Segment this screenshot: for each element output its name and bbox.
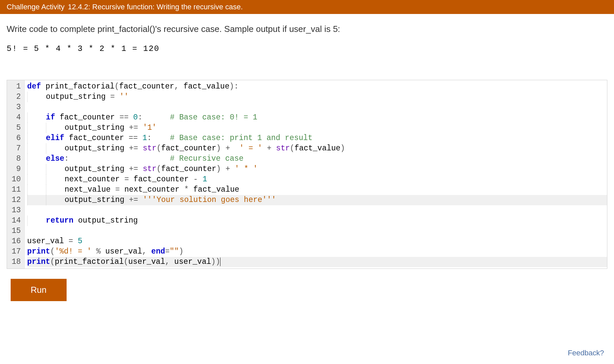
- cursor: [220, 258, 220, 266]
- code-line[interactable]: output_string += str(fact_counter) + ' *…: [27, 164, 607, 174]
- line-number: 10: [12, 174, 21, 185]
- line-number: 6: [12, 133, 21, 143]
- line-number-gutter: 123456789101112131415161718: [7, 80, 25, 269]
- sample-output: 5! = 5 * 4 * 3 * 2 * 1 = 120: [7, 44, 607, 53]
- line-number: 8: [12, 154, 21, 164]
- code-line[interactable]: next_value = next_counter * fact_value: [27, 185, 607, 195]
- line-number: 16: [12, 236, 21, 247]
- line-number: 13: [12, 205, 21, 216]
- code-line[interactable]: def print_factorial(fact_counter, fact_v…: [27, 82, 607, 92]
- challenge-title: 12.4.2: Recursive function: Writing the …: [68, 3, 243, 11]
- code-editor[interactable]: 123456789101112131415161718 def print_fa…: [7, 80, 607, 269]
- code-line[interactable]: [27, 205, 607, 216]
- line-number: 2: [12, 92, 21, 102]
- line-number: 4: [12, 112, 21, 123]
- line-number: 3: [12, 102, 21, 112]
- code-line[interactable]: [27, 226, 607, 236]
- line-number: 17: [12, 247, 21, 257]
- line-number: 5: [12, 123, 21, 133]
- prompt-text: Write code to complete print_factorial()…: [7, 24, 607, 34]
- code-line[interactable]: print('%d! = ' % user_val, end=""): [27, 247, 607, 257]
- code-line[interactable]: next_counter = fact_counter - 1: [27, 174, 607, 185]
- code-line[interactable]: elif fact_counter == 1: # Base case: pri…: [27, 133, 607, 143]
- code-line[interactable]: return output_string: [27, 216, 607, 226]
- code-line[interactable]: if fact_counter == 0: # Base case: 0! = …: [27, 112, 607, 123]
- code-line[interactable]: output_string += '''Your solution goes h…: [27, 195, 607, 205]
- line-number: 11: [12, 185, 21, 195]
- code-area[interactable]: def print_factorial(fact_counter, fact_v…: [25, 80, 607, 269]
- line-number: 7: [12, 143, 21, 154]
- line-number: 18: [12, 257, 21, 267]
- run-button[interactable]: Run: [11, 279, 67, 301]
- code-line[interactable]: [27, 102, 607, 112]
- challenge-header: Challenge Activity 12.4.2: Recursive fun…: [0, 0, 614, 14]
- line-number: 14: [12, 216, 21, 226]
- prompt-section: Write code to complete print_factorial()…: [0, 14, 614, 73]
- line-number: 1: [12, 82, 21, 92]
- line-number: 15: [12, 226, 21, 236]
- challenge-label: Challenge Activity: [7, 3, 65, 11]
- code-line[interactable]: output_string += '1': [27, 123, 607, 133]
- code-line[interactable]: output_string = '': [27, 92, 607, 102]
- code-line[interactable]: user_val = 5: [27, 236, 607, 247]
- line-number: 9: [12, 164, 21, 174]
- line-number: 12: [12, 195, 21, 205]
- code-line[interactable]: else: # Recursive case: [27, 154, 607, 164]
- code-line[interactable]: output_string += str(fact_counter) + ' =…: [27, 143, 607, 154]
- code-line[interactable]: print(print_factorial(user_val, user_val…: [27, 257, 607, 267]
